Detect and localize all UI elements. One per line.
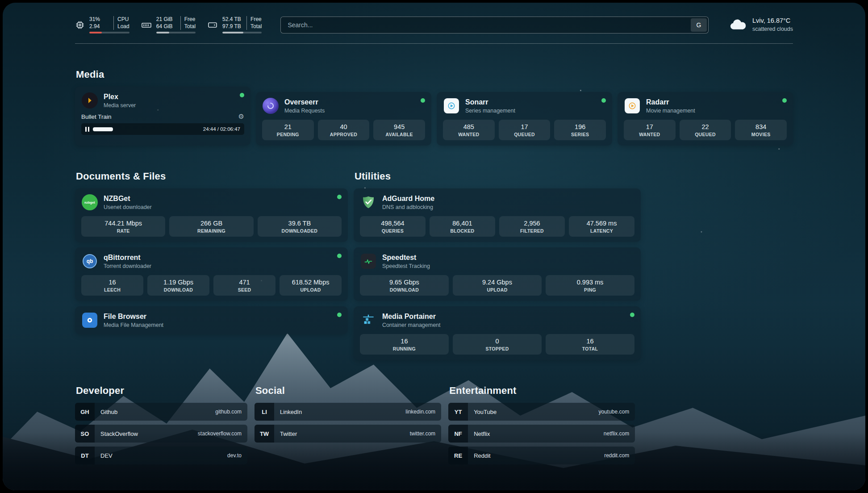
app-name: File Browser — [104, 313, 163, 321]
youtube-icon: YT — [448, 403, 468, 421]
system-metrics: 31% 2.94 CPU Load — [75, 16, 262, 33]
app-name: Radarr — [646, 98, 695, 106]
bookmark-reddit[interactable]: RE Reddit reddit.com — [448, 447, 635, 464]
qbittorrent-icon: qb — [81, 253, 98, 270]
app-subtitle: Series management — [465, 108, 515, 114]
stat-pending: 21 PENDING — [262, 120, 314, 140]
section-media: Media Plex Media server — [75, 69, 793, 146]
section-title-developer: Developer — [76, 385, 247, 397]
app-subtitle: Torrent downloader — [104, 263, 151, 269]
app-name: AdGuard Home — [382, 195, 434, 203]
bookmark-twitter[interactable]: TW Twitter twitter.com — [255, 425, 441, 443]
app-card-nzbget[interactable]: nzbget NZBGet Usenet downloader 744.21 M… — [75, 188, 348, 242]
bookmark-netflix[interactable]: NF Netflix netflix.com — [448, 425, 635, 443]
stat-leech: 16 LEECH — [81, 275, 143, 296]
stat-stopped: 0 STOPPED — [453, 334, 542, 355]
plex-icon — [81, 92, 98, 109]
app-subtitle: Media server — [104, 102, 136, 109]
bookmark-stackoverflow[interactable]: SO StackOverflow stackoverflow.com — [75, 425, 247, 443]
stat-series: 196 SERIES — [554, 120, 606, 140]
stat-blocked: 86,401 BLOCKED — [430, 216, 495, 237]
app-card-qbittorrent[interactable]: qb qBittorrent Torrent downloader 16 LEE… — [75, 247, 348, 301]
stat-queries: 498,564 QUERIES — [360, 216, 426, 237]
disk-total-value: 97.9 TB — [222, 23, 243, 30]
app-card-sonarr[interactable]: Sonarr Series management 485 WANTED 17 Q… — [437, 92, 612, 146]
dev-icon: DT — [75, 447, 95, 464]
stat-remaining: 266 GB REMAINING — [169, 216, 253, 237]
bookmark-linkedin[interactable]: LI LinkedIn linkedin.com — [255, 403, 441, 421]
ram-metric: 21 GiB 64 GiB Free Total — [141, 16, 196, 33]
app-card-adguard[interactable]: AdGuard Home DNS and adblocking 498,564 … — [354, 188, 641, 242]
app-name: Sonarr — [465, 98, 515, 106]
stat-upload: 9.24 Gbps UPLOAD — [453, 275, 542, 296]
cpu-progress-bar — [89, 32, 129, 33]
app-name: Plex — [104, 93, 136, 101]
sonarr-icon — [443, 97, 460, 114]
app-subtitle: Container management — [382, 322, 441, 328]
app-name: Overseerr — [284, 98, 325, 106]
stat-downloaded: 39.6 TB DOWNLOADED — [258, 216, 342, 237]
stat-queued: 22 QUEUED — [680, 120, 731, 140]
app-card-portainer[interactable]: Media Portainer Container management 16 … — [354, 306, 641, 360]
stat-filtered: 2,956 FILTERED — [499, 216, 565, 237]
app-card-radarr[interactable]: Radarr Movie management 17 WANTED 22 QUE… — [618, 92, 793, 146]
pause-button[interactable] — [85, 127, 89, 132]
bookmark-github[interactable]: GH Github github.com — [75, 403, 247, 421]
gear-icon[interactable]: ⚙ — [238, 113, 244, 121]
app-card-overseerr[interactable]: Overseerr Media Requests 21 PENDING 40 A… — [256, 92, 431, 146]
app-subtitle: Movie management — [646, 108, 695, 114]
nzbget-icon: nzbget — [81, 194, 98, 211]
search-engine-button[interactable]: G — [691, 18, 707, 32]
disk-icon — [207, 20, 218, 30]
linkedin-icon: LI — [255, 403, 274, 421]
stat-ping: 0.993 ms PING — [546, 275, 634, 296]
stat-queued: 17 QUEUED — [499, 120, 551, 140]
header-divider — [75, 43, 793, 44]
stat-rate: 744.21 Mbps RATE — [81, 216, 165, 237]
app-card-speedtest[interactable]: Speedtest Speedtest Tracking 9.65 Gbps D… — [354, 247, 641, 301]
stat-approved: 40 APPROVED — [318, 120, 370, 140]
now-playing-title: Bullet Train — [81, 113, 112, 120]
disk-free-value: 52.4 TB — [222, 16, 243, 23]
stackoverflow-icon: SO — [75, 425, 95, 443]
ram-free-value: 21 GiB — [156, 16, 177, 23]
bookmark-youtube[interactable]: YT YouTube youtube.com — [448, 403, 635, 421]
disk-progress-bar — [222, 32, 262, 33]
disk-total-label: Total — [250, 23, 262, 30]
playback-progress[interactable] — [93, 127, 200, 131]
app-name: NZBGet — [104, 195, 152, 203]
cpu-load-label: Load — [117, 23, 129, 30]
weather-location: Lviv, 16.87°C — [752, 17, 793, 25]
cpu-icon — [75, 20, 85, 30]
cpu-load-value: 2.94 — [89, 23, 110, 30]
app-name: qBittorrent — [104, 254, 151, 262]
app-subtitle: Usenet downloader — [104, 204, 152, 210]
app-subtitle: Speedtest Tracking — [382, 263, 430, 269]
app-card-plex[interactable]: Plex Media server Bullet Train ⚙ 24:44 / — [75, 87, 250, 146]
speedtest-icon — [360, 253, 377, 270]
section-developer: Developer GH Github github.com SO StackO… — [75, 385, 247, 468]
playback-time: 24:44 / 02:06:47 — [203, 126, 240, 132]
top-bar: 31% 2.94 CPU Load — [75, 16, 793, 33]
app-subtitle: Media File Management — [104, 322, 163, 328]
search-bar: G — [280, 17, 709, 33]
bookmark-dev[interactable]: DT DEV dev.to — [75, 447, 247, 464]
ram-total-label: Total — [184, 23, 196, 30]
stat-download: 9.65 Gbps DOWNLOAD — [360, 275, 449, 296]
now-playing: Bullet Train ⚙ 24:44 / 02:06:47 — [81, 113, 244, 135]
cpu-label: CPU — [117, 16, 129, 23]
app-name: Media Portainer — [382, 313, 441, 321]
app-subtitle: DNS and adblocking — [382, 204, 434, 210]
app-subtitle: Media Requests — [284, 108, 325, 114]
cloud-icon — [729, 17, 747, 33]
app-card-filebrowser[interactable]: File Browser Media File Management — [75, 306, 348, 334]
stat-running: 16 RUNNING — [360, 334, 449, 355]
ram-free-label: Free — [184, 16, 196, 23]
github-icon: GH — [75, 403, 95, 421]
weather-condition: scattered clouds — [752, 25, 793, 33]
search-input[interactable] — [282, 21, 691, 29]
adguard-icon — [360, 194, 377, 211]
cpu-metric: 31% 2.94 CPU Load — [75, 16, 129, 33]
section-title-social: Social — [255, 385, 441, 397]
overseerr-icon — [262, 97, 279, 114]
